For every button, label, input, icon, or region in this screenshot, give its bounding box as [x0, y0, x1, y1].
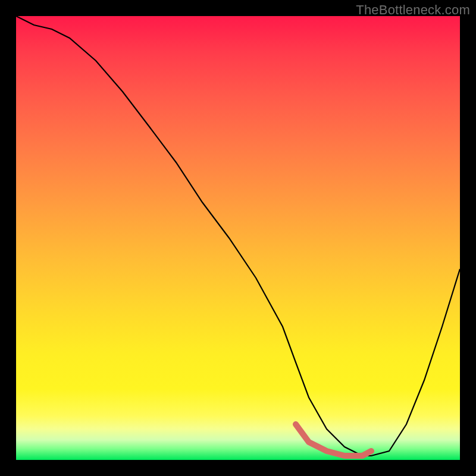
gradient-plot-area: [16, 16, 460, 460]
curve-layer: [16, 16, 460, 460]
bottleneck-curve: [16, 16, 460, 456]
watermark-text: TheBottleneck.com: [356, 2, 470, 18]
chart-frame: TheBottleneck.com: [0, 0, 476, 476]
optimal-range-highlight: [296, 424, 371, 456]
